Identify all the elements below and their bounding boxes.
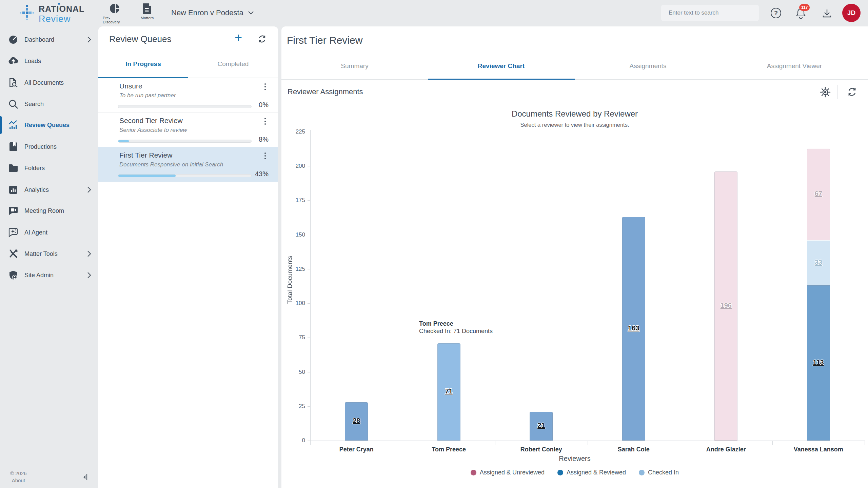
chevron-right-icon [87,272,91,278]
bar-value-label: 21 [530,422,553,429]
search-input[interactable] [661,9,759,16]
bar-value-label: 113 [807,359,830,366]
sidebar-item-all-documents[interactable]: All Documents [0,72,98,93]
kebab-menu-icon[interactable] [264,118,266,125]
tab-in-progress[interactable]: In Progress [98,60,188,68]
queue-row-second-tier[interactable]: Second Tier Review Senior Associate to r… [98,113,278,147]
refresh-queues-button[interactable] [257,34,267,44]
analytics-icon [8,185,18,195]
main-panel: First Tier Review Summary Reviewer Chart… [281,26,868,488]
chevron-right-icon [87,251,91,257]
bar-value-label: 67 [807,190,830,198]
reviewer-link-vanessa-lansom[interactable]: Vanessa Lansom [772,446,865,453]
tooltip-text: Checked In: 71 Documents [419,327,493,335]
dashboard-icon [8,35,18,45]
download-button[interactable] [822,8,832,19]
queue-row-first-tier[interactable]: First Tier Review Documents Responsive o… [98,147,278,182]
help-button[interactable]: ? [770,7,782,19]
reviewer-link-tom-preece[interactable]: Tom Preece [403,446,495,453]
matters-button[interactable]: Matters [138,3,156,20]
logo-i-dot [58,3,60,5]
legend-dot [557,470,563,475]
folder-icon [8,164,18,172]
ai-agent-icon [8,228,18,237]
reviewer-link-andre-glazier[interactable]: Andre Glazier [680,446,772,453]
sidebar-item-matter-tools[interactable]: Matter Tools [0,243,98,264]
reviewer-link-robert-conley[interactable]: Robert Conley [495,446,588,453]
sidebar-item-review-queues[interactable]: Review Queues [0,115,98,136]
upload-cloud-icon [8,57,18,65]
sidebar-item-analytics[interactable]: Analytics [0,179,98,200]
matter-selector[interactable]: New Enron v Podesta [171,8,254,17]
user-avatar[interactable]: JD [842,4,861,22]
x-tick-mark [772,441,773,445]
bar-value-label: 28 [345,417,368,425]
kebab-menu-icon[interactable] [264,152,266,159]
sidebar: Dashboard Loads All Documents Search Rev… [0,26,98,488]
productions-icon [8,142,18,152]
add-queue-button[interactable]: + [235,30,242,45]
copyright-text: © 2026 [10,470,27,477]
chevron-down-icon [248,11,254,15]
y-tick-mark [308,132,310,132]
kebab-menu-icon[interactable] [264,83,266,90]
about-link[interactable]: About [12,477,25,483]
y-tick-label: 200 [288,163,305,169]
x-tick-mark [310,441,311,445]
tab-completed[interactable]: Completed [188,60,278,68]
y-tick-label: 175 [288,197,305,204]
active-indicator [0,116,2,134]
x-tick-mark [680,441,680,445]
y-tick-mark [308,269,310,269]
legend-item-checked-in[interactable]: Checked In [639,469,679,476]
y-tick-mark [308,303,310,304]
sidebar-item-dashboard[interactable]: Dashboard [0,29,98,50]
chart-plot: 025507510012515017520022528Peter Cryan71… [281,26,868,488]
sidebar-collapse-button[interactable] [82,473,89,481]
y-tick-mark [308,166,310,166]
progress-bar [118,140,252,143]
x-tick-mark [403,441,403,445]
sidebar-item-loads[interactable]: Loads [0,50,98,72]
download-icon [822,8,832,19]
pre-discovery-icon [108,3,121,15]
y-tick-mark [308,406,310,407]
pre-discovery-label: Pre-Discovery [103,16,126,24]
progress-bar [118,174,252,177]
panel-title: Review Queues [109,34,172,44]
bar-value-label: 163 [622,324,645,332]
bar-value-label: 196 [714,302,737,309]
legend-item-assigned-unreviewed[interactable]: Assigned & Unreviewed [471,469,545,476]
y-tick-mark [308,372,310,372]
reviewer-link-sarah-cole[interactable]: Sarah Cole [588,446,680,453]
legend-item-assigned-reviewed[interactable]: Assigned & Reviewed [557,469,626,476]
chevron-right-icon [87,187,91,193]
queue-row-unsure[interactable]: Unsure To be run past partner 0% [98,78,278,113]
y-tick-label: 225 [288,128,305,135]
sidebar-item-meeting-room[interactable]: Meeting Room [0,200,98,221]
avatar-initials: JD [847,9,855,17]
sidebar-footer: © 2026 About [10,470,27,484]
y-tick-label: 75 [288,334,305,341]
y-tick-mark [308,200,310,201]
pre-discovery-button[interactable]: Pre-Discovery [103,3,126,24]
y-tick-mark [308,235,310,235]
global-search [661,5,759,21]
progress-bar [118,105,252,108]
notifications-button[interactable]: 117 [795,7,807,20]
y-tick-label: 0 [288,437,305,444]
progress-percent: 43% [255,170,269,178]
y-tick-label: 25 [288,403,305,410]
legend-dot [471,470,476,475]
sidebar-item-site-admin[interactable]: Site Admin [0,265,98,286]
sidebar-item-ai-agent[interactable]: AI Agent [0,222,98,243]
sidebar-item-productions[interactable]: Productions [0,136,98,157]
y-tick-mark [308,338,310,338]
meeting-room-icon [8,206,18,216]
x-tick-mark [865,441,865,445]
sidebar-item-search[interactable]: Search [0,94,98,115]
sidebar-item-folders[interactable]: Folders [0,158,98,179]
app-logo[interactable]: RATIONAL Review [20,4,84,24]
reviewer-link-peter-cryan[interactable]: Peter Cryan [310,446,403,453]
help-icon: ? [770,7,782,19]
